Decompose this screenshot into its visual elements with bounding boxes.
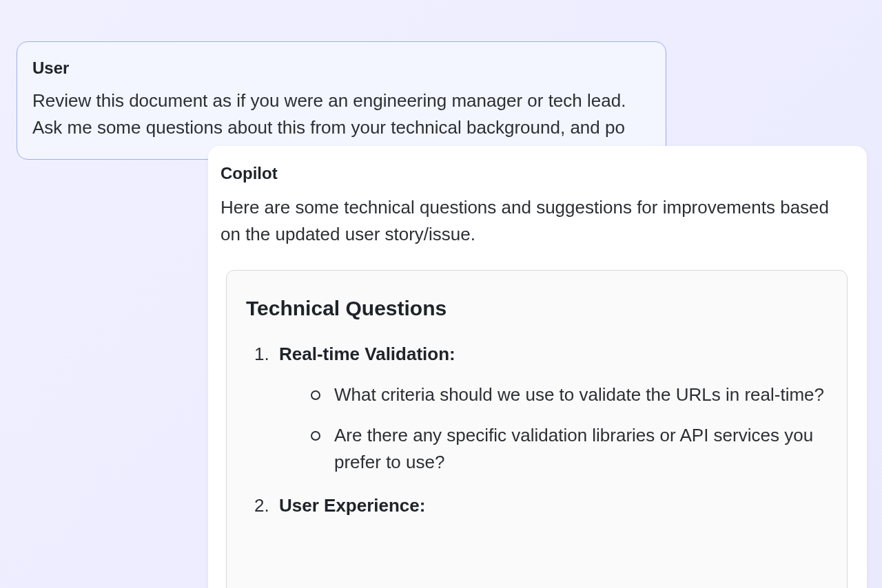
user-message-card: User Review this document as if you were…: [17, 41, 666, 160]
questions-list: Real-time Validation: What criteria shou…: [246, 344, 828, 516]
user-message-content: Review this document as if you were an e…: [32, 87, 650, 141]
list-item-title: Real-time Validation:: [279, 344, 828, 365]
copilot-intro-text: Here are some technical questions and su…: [220, 194, 853, 248]
sublist: What criteria should we use to validate …: [279, 381, 828, 476]
section-heading: Technical Questions: [246, 297, 828, 320]
copilot-label: Copilot: [220, 164, 853, 183]
sublist-item: What criteria should we use to validate …: [334, 381, 828, 408]
list-item-title: User Experience:: [279, 495, 828, 516]
user-label: User: [32, 59, 650, 78]
list-item: Real-time Validation: What criteria shou…: [279, 344, 828, 476]
sublist-item: Are there any specific validation librar…: [334, 422, 828, 476]
copilot-message-card: Copilot Here are some technical question…: [208, 146, 867, 588]
copilot-content-panel: Technical Questions Real-time Validation…: [226, 270, 848, 588]
list-item: User Experience:: [279, 495, 828, 516]
